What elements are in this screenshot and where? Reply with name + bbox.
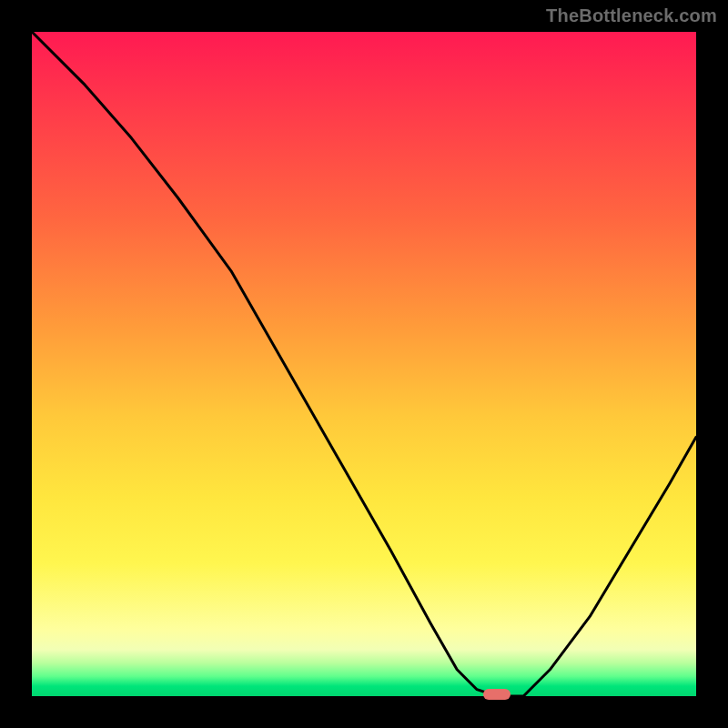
watermark-text: TheBottleneck.com bbox=[546, 5, 717, 26]
bottleneck-curve bbox=[32, 32, 696, 696]
optimum-marker bbox=[483, 689, 511, 700]
chart-frame: TheBottleneck.com bbox=[0, 0, 728, 728]
curve-path bbox=[32, 32, 696, 696]
plot-area bbox=[32, 32, 696, 696]
